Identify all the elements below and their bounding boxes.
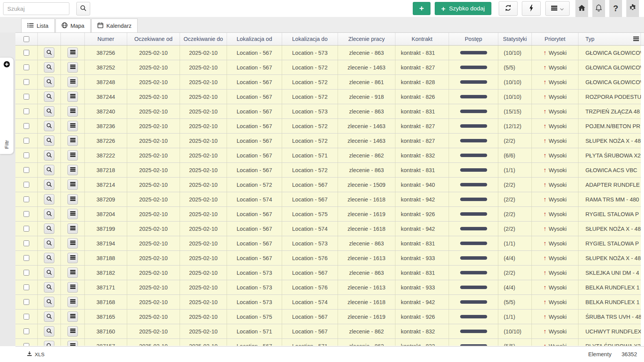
header-statystyki[interactable]: Statystyki [498, 33, 532, 45]
row-menu-button[interactable] [67, 121, 78, 131]
list-menu-dropdown[interactable] [545, 1, 570, 16]
row-checkbox[interactable] [24, 152, 29, 158]
search-button[interactable] [76, 2, 90, 15]
cell-kontrakt: kontrakt - 831 [395, 163, 449, 177]
tab-kalendarz[interactable]: Kalendarz [91, 19, 138, 32]
row-view-button[interactable] [44, 341, 54, 346]
row-view-button[interactable] [44, 223, 54, 234]
row-checkbox[interactable] [24, 255, 29, 261]
row-checkbox[interactable] [24, 211, 29, 217]
row-menu-button[interactable] [67, 267, 78, 278]
cell-typ: RYGIEL STALOWA P [578, 207, 641, 221]
header-postep[interactable]: Postęp [449, 33, 498, 45]
header-numer[interactable]: Numer [85, 33, 127, 45]
row-menu-button[interactable] [67, 135, 78, 146]
row-view-button[interactable] [44, 121, 54, 131]
row-view-button[interactable] [44, 297, 54, 307]
row-checkbox[interactable] [24, 123, 29, 129]
row-menu-button[interactable] [67, 282, 78, 293]
row-menu-button[interactable] [67, 150, 78, 161]
row-checkbox[interactable] [24, 64, 29, 70]
search-icon [46, 343, 52, 346]
header-lokalizacja-do[interactable]: Lokalizacja do [282, 33, 338, 45]
refresh-button[interactable] [499, 1, 518, 16]
row-checkbox[interactable] [24, 343, 29, 346]
row-view-button[interactable] [44, 209, 54, 219]
hamburger-icon [70, 64, 76, 70]
row-view-button[interactable] [44, 311, 54, 322]
export-xls-button[interactable]: XLS [27, 351, 45, 357]
row-view-button[interactable] [44, 62, 54, 73]
header-zlecenie-pracy[interactable]: Zlecenie pracy [338, 33, 395, 45]
header-priorytet[interactable]: Priorytet [532, 33, 578, 45]
help-button[interactable]: ? [609, 0, 622, 17]
row-view-button[interactable] [44, 194, 54, 205]
tab-mapa[interactable]: Mapa [55, 19, 91, 32]
row-view-button[interactable] [44, 238, 54, 249]
row-view-button[interactable] [44, 326, 54, 337]
filter-panel-tab[interactable]: Filtr [0, 57, 14, 154]
header-oczekiwanie-do[interactable]: Oczekiwanie do [180, 33, 227, 45]
cell-lokalizacja-do: Location - 567 [282, 324, 338, 338]
search-icon [46, 64, 52, 71]
column-settings-button[interactable] [631, 35, 641, 44]
row-view-button[interactable] [44, 282, 54, 293]
row-menu-button[interactable] [67, 179, 78, 190]
row-checkbox[interactable] [24, 240, 29, 246]
row-checkbox[interactable] [24, 196, 29, 202]
quick-add-button[interactable]: + Szybko dodaj [435, 2, 491, 15]
row-menu-button[interactable] [67, 311, 78, 322]
row-checkbox[interactable] [24, 50, 29, 56]
row-view-button[interactable] [44, 106, 54, 117]
row-checkbox[interactable] [24, 299, 29, 305]
automation-button[interactable] [522, 1, 541, 16]
row-menu-button[interactable] [67, 209, 78, 219]
cell-priorytet: ↑ Wysoki [532, 324, 578, 338]
row-menu-button[interactable] [67, 194, 78, 205]
row-view-button[interactable] [44, 179, 54, 190]
home-button[interactable] [575, 0, 588, 17]
row-checkbox[interactable] [24, 79, 29, 85]
row-checkbox[interactable] [24, 167, 29, 173]
tab-lista[interactable]: Lista [21, 19, 55, 32]
row-view-button[interactable] [44, 150, 54, 161]
select-all-checkbox[interactable] [24, 36, 29, 42]
header-lokalizacja-od[interactable]: Lokalizacja od [227, 33, 282, 45]
row-menu-button[interactable] [67, 253, 78, 263]
row-view-button[interactable] [44, 47, 54, 58]
row-menu-button[interactable] [67, 238, 78, 249]
header-oczekiwane-od[interactable]: Oczekiwane od [127, 33, 180, 45]
row-view-button[interactable] [44, 267, 54, 278]
row-view-button[interactable] [44, 77, 54, 87]
settings-button[interactable] [626, 0, 639, 17]
add-button[interactable]: + [413, 2, 430, 15]
row-checkbox[interactable] [24, 226, 29, 232]
row-menu-button[interactable] [67, 106, 78, 117]
row-checkbox[interactable] [24, 284, 29, 290]
row-view-cell [38, 310, 61, 324]
notifications-button[interactable] [592, 0, 605, 17]
row-view-button[interactable] [44, 91, 54, 102]
row-menu-button[interactable] [67, 77, 78, 87]
row-menu-button[interactable] [67, 47, 78, 58]
row-view-button[interactable] [44, 135, 54, 146]
row-view-button[interactable] [44, 253, 54, 263]
row-menu-button[interactable] [67, 297, 78, 307]
row-checkbox[interactable] [24, 108, 29, 114]
row-checkbox[interactable] [24, 182, 29, 188]
search-input[interactable] [3, 2, 69, 15]
row-menu-button[interactable] [67, 165, 78, 175]
row-menu-button[interactable] [67, 62, 78, 73]
row-menu-button[interactable] [67, 326, 78, 337]
row-menu-button[interactable] [67, 91, 78, 102]
row-menu-button[interactable] [67, 223, 78, 234]
row-checkbox[interactable] [24, 328, 29, 334]
row-checkbox[interactable] [24, 94, 29, 100]
progress-bar [460, 344, 487, 346]
row-checkbox[interactable] [24, 138, 29, 144]
row-view-button[interactable] [44, 165, 54, 175]
header-kontrakt[interactable]: Kontrakt [395, 33, 449, 45]
row-menu-button[interactable] [67, 341, 78, 346]
row-checkbox[interactable] [24, 314, 29, 320]
row-checkbox[interactable] [24, 270, 29, 276]
